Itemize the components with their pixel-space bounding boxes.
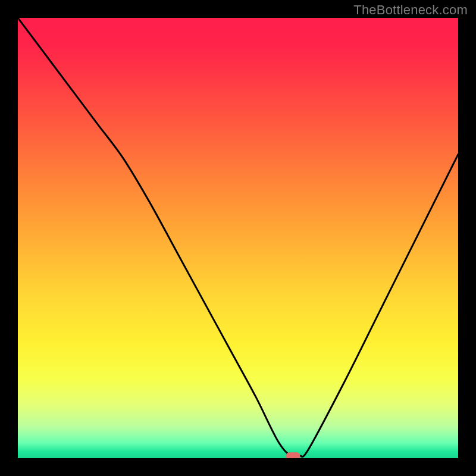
watermark-text: TheBottleneck.com	[353, 2, 468, 18]
bottleneck-chart-svg	[18, 18, 458, 458]
optimal-point-marker	[286, 452, 300, 458]
plot-area	[18, 18, 458, 458]
gradient-background	[18, 18, 458, 458]
chart-frame: TheBottleneck.com	[0, 0, 476, 476]
